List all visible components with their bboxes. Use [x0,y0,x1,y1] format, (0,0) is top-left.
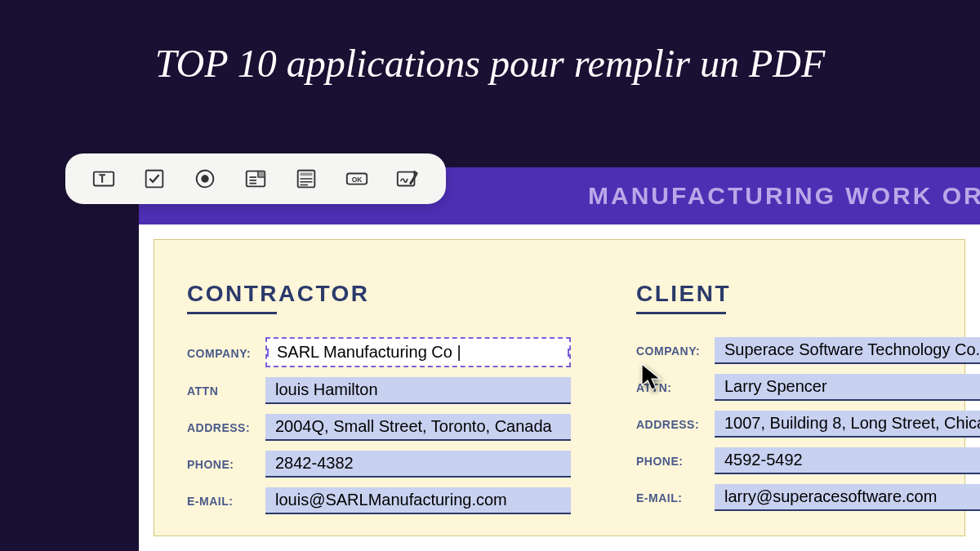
contractor-email-row: E-MAIL: louis@SARLManufacturing.com [187,487,571,514]
checkbox-tool[interactable] [140,165,168,193]
client-address-field[interactable]: 1007, Building 8, Long Street, Chicago [715,411,980,438]
svg-rect-7 [301,173,313,176]
list-tool[interactable] [292,165,320,193]
client-underline [636,312,726,314]
client-email-row: E-MAIL: larry@superacesoftware.com [636,484,980,511]
svg-rect-10 [398,172,415,186]
cursor-icon [640,362,663,395]
client-attn-field[interactable]: Larry Spencer [715,374,980,401]
client-email-label: E-MAIL: [636,491,706,504]
document-content: CONTRACTOR COMPANY: SARL Manufacturing C… [154,239,965,536]
contractor-address-field[interactable]: 2004Q, Small Street, Toronto, Canada [265,414,571,441]
client-address-label: ADDRESS: [636,418,706,431]
contractor-phone-field[interactable]: 2842-4382 [265,451,571,478]
client-email-field[interactable]: larry@superacesoftware.com [715,484,980,511]
contractor-email-field[interactable]: louis@SARLManufacturing.com [265,487,571,514]
client-phone-label: PHONE: [636,455,706,468]
contractor-phone-label: PHONE: [187,458,257,471]
contractor-address-row: ADDRESS: 2004Q, Small Street, Toronto, C… [187,414,571,441]
document-header-title: MANUFACTURING WORK OR [588,182,980,210]
document-page: CONTRACTOR COMPANY: SARL Manufacturing C… [139,224,980,551]
contractor-email-label: E-MAIL: [187,495,257,508]
checkbox-icon [142,167,167,191]
contractor-attn-row: ATTN louis Hamilton [187,377,571,404]
dropdown-icon [243,167,268,191]
dropdown-tool[interactable] [242,165,270,193]
client-phone-field[interactable]: 4592-5492 [715,447,980,474]
contractor-address-label: ADDRESS: [187,421,257,434]
svg-text:OK: OK [352,176,363,184]
signature-tool[interactable] [394,165,421,193]
headline: TOP 10 applications pour remplir un PDF [0,0,980,118]
contractor-company-row: COMPANY: SARL Manufacturing Co | [187,337,571,367]
text-field-tool[interactable] [90,165,118,193]
text-field-icon [91,167,116,191]
client-attn-row: ATTN: Larry Spencer [636,374,980,401]
button-tool[interactable]: OK [343,165,371,193]
client-address-row: ADDRESS: 1007, Building 8, Long Street, … [636,411,980,438]
ok-button-icon: OK [345,167,369,191]
contractor-attn-field[interactable]: louis Hamilton [265,377,571,404]
form-tools-toolbar: OK [65,153,446,204]
client-phone-row: PHONE: 4592-5492 [636,447,980,474]
contractor-underline [187,312,277,314]
contractor-section: CONTRACTOR COMPANY: SARL Manufacturing C… [187,281,571,519]
radio-icon [193,167,217,191]
radio-tool[interactable] [191,165,219,193]
client-company-row: COMPANY: Superace Software Technology Co… [636,337,980,364]
contractor-phone-row: PHONE: 2842-4382 [187,451,571,478]
list-icon [294,167,318,191]
contractor-company-field[interactable]: SARL Manufacturing Co | [265,337,571,367]
svg-point-3 [201,175,208,182]
svg-rect-5 [258,171,265,178]
contractor-company-label: COMPANY: [187,347,257,360]
client-section: CLIENT COMPANY: Superace Software Techno… [636,281,980,519]
client-title: CLIENT [636,281,980,307]
contractor-attn-label: ATTN [187,384,257,398]
client-company-field[interactable]: Superace Software Technology Co., [715,337,980,364]
client-company-label: COMPANY: [636,344,706,358]
signature-icon [395,167,420,191]
svg-rect-0 [94,172,114,186]
contractor-title: CONTRACTOR [187,281,571,307]
